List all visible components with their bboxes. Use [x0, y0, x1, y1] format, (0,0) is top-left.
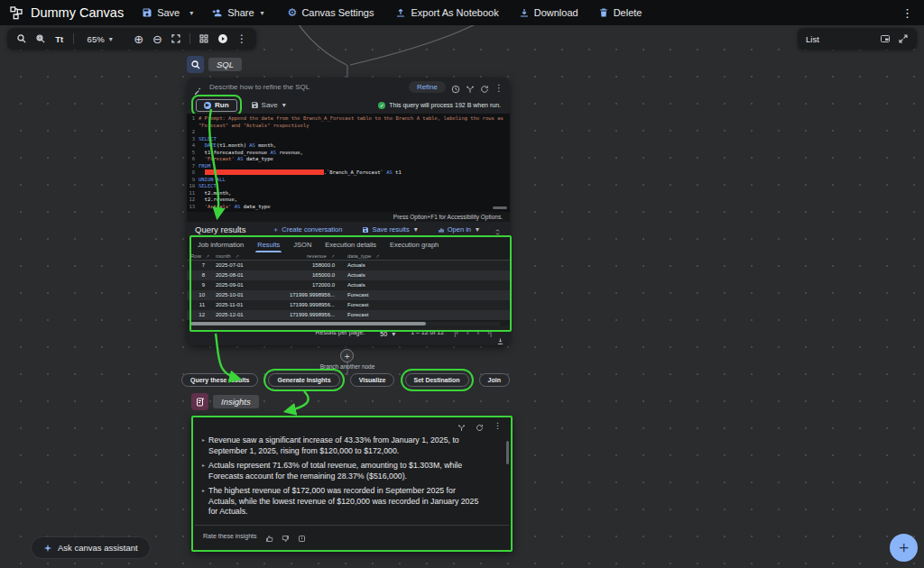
open-in-button[interactable]: Open in ▾ — [432, 224, 485, 234]
insights-toolbar: ⋮ — [457, 421, 502, 429]
query-results-body: Job informationResultsJSONExecution deta… — [187, 237, 510, 325]
ask-canvas-assistant-button[interactable]: Ask canvas assistant — [31, 536, 151, 559]
share-button[interactable]: Share ▾ — [211, 7, 263, 19]
code-line: 4 DATE(t1.month) AS month, — [187, 142, 510, 150]
tab-results[interactable]: Results — [257, 237, 280, 252]
zoom-in-icon[interactable]: ⊕ — [134, 33, 144, 44]
save-results-button[interactable]: Save results ▾ — [356, 224, 422, 234]
thumbs-up-icon[interactable] — [265, 532, 273, 540]
next-page-icon[interactable]: › — [477, 329, 480, 338]
add-node-button[interactable]: ＋ — [340, 349, 354, 362]
fit-screen-icon[interactable] — [171, 33, 181, 44]
column-header-data_type[interactable]: data_type — [347, 253, 456, 259]
insights-node-icon — [191, 393, 208, 410]
canvas-settings-button[interactable]: ⚙ Canvas Settings — [288, 7, 374, 18]
expand-arrow-icon[interactable]: ▸ — [202, 486, 205, 518]
tab-execution-graph[interactable]: Execution graph — [390, 237, 439, 252]
code-line: 13 'Actuals' AS data_type — [187, 204, 510, 211]
sql-code-editor[interactable]: 1# Prompt: Append the data from the Bran… — [187, 114, 510, 212]
last-page-icon[interactable]: ›| — [487, 329, 492, 338]
table-row[interactable]: 102025-10-01171999.9998956...Forecast — [187, 290, 510, 300]
run-button[interactable]: ▶ Run — [196, 99, 237, 112]
branch-button-join[interactable]: Join — [479, 373, 510, 387]
sparkle-icon — [43, 544, 52, 553]
expand-arrow-icon[interactable]: ▸ — [202, 461, 205, 481]
sql-node-menu-icon[interactable]: ⋮ — [494, 83, 504, 92]
per-page-dropdown[interactable]: 50 ▾ — [374, 329, 401, 339]
column-header-row[interactable]: Row — [190, 253, 205, 259]
save-query-button[interactable]: Save ▾ — [245, 100, 291, 110]
branch-button-query-these-results[interactable]: Query these results — [181, 373, 258, 387]
add-node-fab[interactable]: ＋ — [890, 534, 918, 562]
insights-menu-icon[interactable]: ⋮ — [494, 421, 502, 429]
tab-execution-details[interactable]: Execution details — [325, 237, 376, 252]
zoom-out-icon[interactable]: ⊖ — [152, 33, 163, 44]
rate-insights-label: Rate these insights — [203, 533, 257, 539]
save-icon — [362, 226, 369, 234]
column-header-month[interactable]: month — [216, 253, 284, 259]
editor-scrollbar[interactable] — [493, 206, 507, 209]
column-header-revenue[interactable]: revenue — [284, 253, 335, 259]
branch-button-set-destination[interactable]: Set Destination — [405, 373, 469, 387]
branch-node-icon[interactable] — [466, 83, 475, 92]
insight-item: ▸Actuals represent 71.63% of total reven… — [202, 461, 484, 481]
table-row[interactable]: 82025-08-01165000.0Actuals — [187, 270, 510, 280]
save-query-caret-icon: ▾ — [282, 101, 286, 109]
gear-icon: ⚙ — [288, 7, 298, 18]
save-button[interactable]: Save — [142, 7, 180, 18]
branch-another-node-label: Branch another node — [257, 363, 438, 370]
toolbar-overflow-menu-icon[interactable]: ⋮ — [236, 33, 247, 44]
table-row[interactable]: 92025-09-01172000.0Actuals — [187, 280, 510, 290]
insight-item: ▸The highest revenue of $172,000 was rec… — [202, 486, 484, 518]
zoom-selection-icon[interactable] — [35, 33, 46, 44]
delete-button[interactable]: Delete — [598, 7, 642, 18]
download-button[interactable]: Download — [519, 7, 578, 18]
share-dropdown-caret: ▾ — [261, 9, 264, 17]
code-line: 6 'Forecast' AS data_type — [187, 156, 510, 163]
branch-button-visualize[interactable]: Visualize — [350, 373, 395, 387]
search-icon[interactable] — [16, 33, 27, 44]
appbar-overflow-menu-icon[interactable]: ⋮ — [900, 6, 915, 20]
first-page-icon[interactable]: |‹ — [454, 329, 458, 338]
card-view-icon[interactable] — [880, 33, 891, 44]
code-line: 3SELECT — [187, 136, 510, 143]
refine-button[interactable]: Refine — [409, 81, 446, 93]
branch-buttons: Query these resultsGenerate InsightsVisu… — [181, 373, 510, 387]
zoom-level-dropdown[interactable]: 65% ▾ — [82, 33, 118, 45]
history-icon[interactable] — [451, 83, 460, 92]
expand-arrow-icon[interactable]: ▸ — [202, 435, 205, 456]
tab-json[interactable]: JSON — [293, 237, 311, 252]
text-tool-icon[interactable]: Tt — [54, 33, 65, 44]
run-all-icon[interactable] — [217, 33, 228, 44]
save-results-caret-icon: ▾ — [414, 225, 418, 234]
download-results-icon[interactable] — [496, 334, 504, 343]
sql-code-lines: 1# Prompt: Append the data from the Bran… — [187, 115, 510, 210]
table-row[interactable]: 122025-12-01171999.9998956...Forecast — [187, 310, 510, 320]
table-row[interactable]: 72025-07-01158000.0Actuals — [187, 261, 510, 270]
branch-button-generate-insights[interactable]: Generate Insights — [268, 373, 339, 387]
thumbs-down-icon[interactable] — [282, 532, 290, 540]
export-notebook-button[interactable]: Export As Notebook — [395, 7, 498, 18]
create-conversation-button[interactable]: ＋ Create conversation — [267, 224, 348, 235]
refine-bar: Refine ⋮ — [187, 78, 510, 96]
insights-scrollbar[interactable] — [506, 441, 509, 464]
insight-item: ▸Revenue saw a significant increase of 4… — [202, 435, 484, 456]
report-feedback-icon[interactable] — [298, 532, 306, 540]
sql-node-type-label: SQL — [208, 58, 242, 71]
refresh-icon[interactable] — [480, 83, 489, 92]
code-line: 7FROM — [187, 163, 510, 170]
prev-page-icon[interactable]: ‹ — [467, 329, 469, 338]
refine-prompt-input[interactable] — [208, 82, 403, 92]
expand-panel-icon[interactable] — [898, 33, 909, 44]
toolbar-divider — [189, 33, 190, 44]
refresh-icon[interactable] — [476, 421, 484, 429]
grid-view-icon[interactable] — [199, 33, 209, 44]
unfold-icon[interactable] — [494, 225, 502, 234]
canvas-logo-icon — [9, 5, 23, 20]
branch-node-icon[interactable] — [457, 421, 466, 429]
table-row[interactable]: 112025-11-01171999.9998956...Forecast — [187, 300, 510, 310]
tab-job-information[interactable]: Job information — [198, 237, 244, 252]
insights-footer: Rate these insights — [195, 525, 509, 540]
save-dropdown-caret[interactable]: ▾ — [189, 9, 193, 17]
code-line: 5 t1.forecasted_revenue AS revenue, — [187, 150, 510, 157]
